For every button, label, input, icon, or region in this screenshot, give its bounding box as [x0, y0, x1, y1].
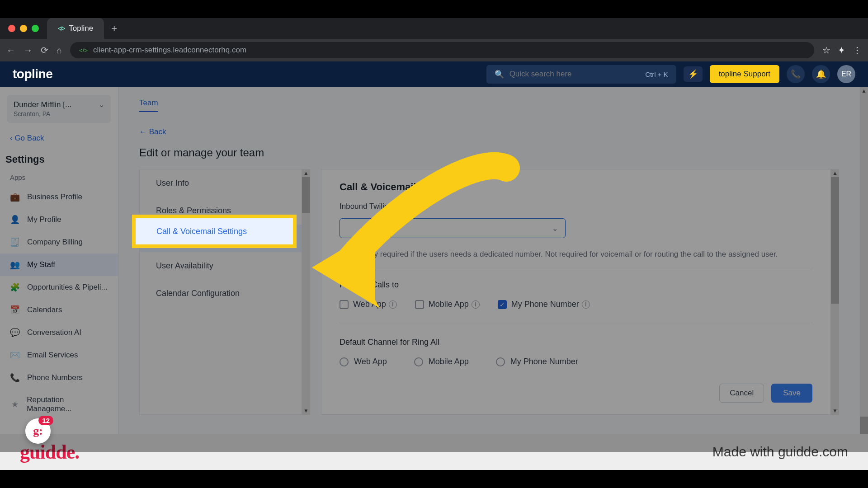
forward-webapp[interactable]: Web Appi	[340, 300, 397, 309]
sidebar-item-my-staff[interactable]: 👥My Staff	[0, 253, 118, 276]
cancel-button[interactable]: Cancel	[719, 384, 764, 403]
save-button[interactable]: Save	[771, 384, 812, 403]
tab-title: Topline	[69, 24, 93, 33]
sidebar-group-label: Apps	[0, 171, 118, 186]
zap-icon[interactable]: ⚡	[684, 66, 703, 82]
forward-mobileapp[interactable]: Mobile Appi	[415, 300, 480, 309]
app-logo: topline	[13, 67, 52, 81]
search-input[interactable]	[509, 70, 640, 79]
subnav-user-info[interactable]: User Info	[140, 169, 302, 197]
sidebar-item-reputation[interactable]: ★Reputation Manageme...	[0, 389, 118, 420]
default-webapp[interactable]: Web App	[340, 357, 387, 366]
panel-scrollbar[interactable]: ▲ ▼	[831, 169, 839, 415]
address-bar[interactable]: </> client-app-crm-settings.leadconnecto…	[70, 42, 814, 58]
org-location: Scranton, PA	[14, 110, 104, 117]
default-channel-label: Default Channel for Ring All	[340, 338, 812, 347]
org-switcher[interactable]: ⌄ Dunder Mifflin [... Scranton, PA	[7, 95, 111, 123]
subnav-scrollbar[interactable]: ▲ ▼	[302, 169, 310, 415]
radio-icon[interactable]	[496, 357, 505, 366]
go-back-link[interactable]: ‹ Go Back	[0, 127, 118, 149]
sidebar-item-calendars[interactable]: 📅Calendars	[0, 299, 118, 321]
extensions-icon[interactable]: ✦	[838, 45, 845, 56]
scroll-up-icon[interactable]: ▲	[831, 169, 839, 177]
pipeline-icon: 🧩	[10, 282, 20, 292]
org-name: Dunder Mifflin [...	[14, 100, 104, 109]
tab-favicon-icon: </>	[58, 25, 64, 32]
close-window-icon[interactable]	[8, 25, 15, 32]
guidde-logo-icon: g:	[33, 424, 43, 438]
maximize-window-icon[interactable]	[32, 25, 39, 32]
sidebar-item-my-profile[interactable]: 👤My Profile	[0, 208, 118, 231]
calendar-icon: 📅	[10, 305, 20, 315]
field-help-text: This is only required if the users needs…	[340, 250, 812, 270]
checkbox-icon[interactable]	[340, 300, 349, 309]
star-outline-icon: ★	[10, 399, 19, 409]
notification-badge: 12	[38, 416, 53, 425]
tab-team[interactable]: Team	[139, 99, 158, 112]
twilio-number-select[interactable]: ⌄	[340, 218, 566, 238]
phone-icon[interactable]: 📞	[787, 65, 805, 83]
browser-tab[interactable]: </> Topline	[47, 18, 104, 39]
chevron-down-icon: ⌄	[99, 100, 104, 109]
nav-back-icon[interactable]: ←	[6, 45, 15, 56]
reload-icon[interactable]: ⟳	[41, 45, 48, 56]
star-icon[interactable]: ☆	[822, 45, 830, 56]
home-icon[interactable]: ⌂	[57, 45, 62, 56]
default-mobileapp[interactable]: Mobile App	[414, 357, 469, 366]
support-button[interactable]: topline Support	[710, 65, 779, 83]
url-text: client-app-crm-settings.leadconnectorhq.…	[93, 46, 246, 55]
forward-myphone[interactable]: ✓My Phone Numberi	[498, 300, 590, 309]
new-tab-button[interactable]: +	[111, 23, 117, 34]
nav-forward-icon[interactable]: →	[24, 45, 33, 56]
back-link[interactable]: ← Back	[139, 127, 166, 136]
settings-subnav: User Info Roles & Permissions Call & Voi…	[139, 169, 302, 415]
checkbox-icon[interactable]	[415, 300, 424, 309]
app-header: topline 🔍 Ctrl + K ⚡ topline Support 📞 🔔…	[0, 61, 868, 87]
forward-options: Web Appi Mobile Appi ✓My Phone Numberi	[340, 300, 812, 322]
subnav-calendar-config[interactable]: Calendar Configuration	[140, 280, 302, 307]
scroll-down-icon[interactable]: ▼	[831, 407, 839, 415]
scroll-up-icon[interactable]: ▲	[302, 169, 310, 177]
chat-icon: 💬	[10, 328, 20, 338]
window-controls[interactable]	[0, 25, 47, 32]
page-scrollbar[interactable]: ▲ ▼	[860, 87, 868, 452]
tutorial-highlight: Call & Voicemail Settings	[132, 215, 297, 248]
shortcut-hint: Ctrl + K	[645, 70, 668, 78]
info-icon[interactable]: i	[472, 300, 480, 309]
footer-credit: Made with guidde.com	[712, 444, 848, 460]
lock-icon: </>	[79, 47, 88, 54]
info-icon[interactable]: i	[582, 300, 590, 309]
minimize-window-icon[interactable]	[20, 25, 27, 32]
checkbox-checked-icon[interactable]: ✓	[498, 300, 507, 309]
footer-brand: guidde.	[20, 441, 79, 464]
bell-icon[interactable]: 🔔	[812, 65, 830, 83]
radio-icon[interactable]	[414, 357, 423, 366]
kebab-menu-icon[interactable]: ⋮	[853, 45, 862, 56]
mail-icon: ✉️	[10, 350, 20, 360]
sidebar-item-business-profile[interactable]: 💼Business Profile	[0, 186, 118, 208]
highlight-label: Call & Voicemail Settings	[136, 218, 293, 244]
sidebar-item-opportunities[interactable]: 🧩Opportunities & Pipeli...	[0, 276, 118, 299]
users-icon: 👥	[10, 260, 20, 270]
global-search[interactable]: 🔍 Ctrl + K	[486, 65, 676, 84]
default-channel-options: Web App Mobile App My Phone Number	[340, 357, 812, 366]
guidde-bubble[interactable]: g: 12	[25, 418, 51, 444]
browser-toolbar: ← → ⟳ ⌂ </> client-app-crm-settings.lead…	[0, 39, 868, 61]
sidebar-item-company-billing[interactable]: 🧾Company Billing	[0, 231, 118, 253]
scroll-up-icon[interactable]: ▲	[860, 87, 868, 95]
main-content: Team ← Back Edit or manage your team Use…	[118, 87, 860, 452]
receipt-icon: 🧾	[10, 237, 20, 247]
radio-icon[interactable]	[340, 357, 349, 366]
sidebar-item-email-services[interactable]: ✉️Email Services	[0, 344, 118, 366]
guidde-footer: guidde. Made with guidde.com	[0, 434, 868, 470]
info-icon[interactable]: i	[389, 300, 397, 309]
sidebar-item-conversation-ai[interactable]: 💬Conversation AI	[0, 321, 118, 344]
user-icon: 👤	[10, 215, 20, 225]
scroll-down-icon[interactable]: ▼	[302, 407, 310, 415]
default-myphone[interactable]: My Phone Number	[496, 357, 578, 366]
settings-panel: Call & Voicemail Settings Inbound Twilio…	[321, 169, 831, 415]
sidebar-item-phone-numbers[interactable]: 📞Phone Numbers	[0, 366, 118, 389]
forward-calls-label: Forward Calls to	[340, 280, 812, 290]
subnav-user-availability[interactable]: User Availability	[140, 252, 302, 280]
settings-sidebar: ⌄ Dunder Mifflin [... Scranton, PA ‹ Go …	[0, 87, 118, 452]
